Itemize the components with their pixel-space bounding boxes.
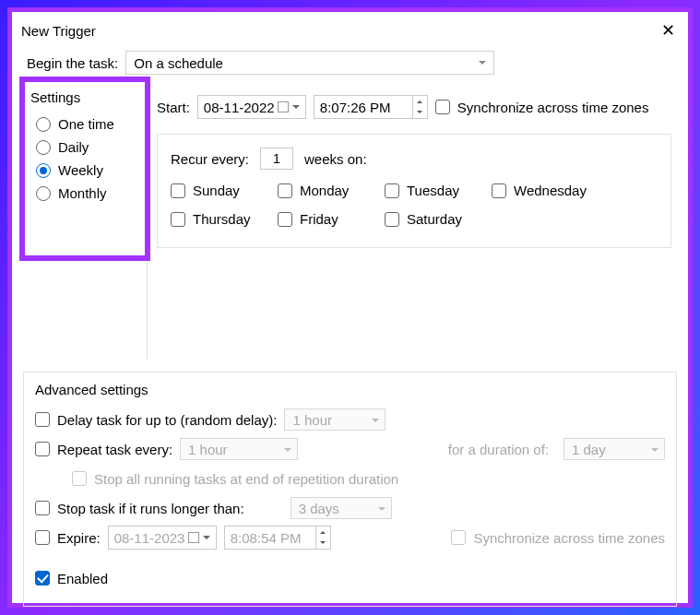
radio-daily[interactable]: Daily [36, 139, 147, 155]
schedule-radio-list: One time Daily Weekly Monthly [23, 111, 147, 210]
day-tuesday[interactable]: Tuesday [385, 183, 477, 198]
day-wednesday[interactable]: Wednesday [492, 183, 587, 198]
close-icon[interactable]: ✕ [657, 19, 679, 41]
begin-task-combo[interactable]: On a schedule [125, 51, 494, 75]
checkbox-icon [492, 183, 506, 198]
checkbox-icon [35, 442, 50, 456]
day-label: Thursday [193, 211, 251, 227]
radio-label: Weekly [58, 162, 103, 178]
expire-row: Expire: 08-11-2023 8:08:54 PM [35, 523, 665, 552]
stop-long-row: Stop task if it runs longer than: 3 days [35, 493, 665, 523]
day-label: Saturday [407, 211, 462, 227]
chevron-up-icon[interactable] [316, 526, 330, 538]
sync-timezones-option[interactable]: Synchronize across time zones [435, 100, 649, 115]
advanced-header: Advanced settings [35, 378, 665, 405]
day-label: Friday [300, 211, 338, 227]
day-label: Wednesday [514, 183, 587, 198]
recur-weeks-input[interactable]: 1 [260, 148, 293, 170]
calendar-icon [278, 101, 289, 112]
checkbox-icon [171, 183, 185, 198]
delay-combo[interactable]: 1 hour [284, 408, 386, 431]
repeat-combo[interactable]: 1 hour [180, 438, 298, 460]
chevron-up-icon[interactable] [413, 96, 427, 107]
expire-sync-label: Synchronize across time zones [473, 530, 665, 546]
recur-row: Recur every: 1 weeks on: [171, 148, 658, 170]
stop-rep-option[interactable]: Stop all running tasks at end of repetit… [72, 471, 398, 487]
duration-combo[interactable]: 1 day [564, 438, 665, 460]
day-label: Monday [300, 183, 349, 198]
repeat-value: 1 hour [188, 442, 228, 457]
settings-column: Settings One time Daily Weekly [23, 84, 147, 359]
repeat-option[interactable]: Repeat task every: [35, 442, 172, 457]
checkbox-icon [35, 412, 50, 427]
duration-label: for a duration of: [448, 442, 549, 457]
chevron-down-icon [203, 536, 210, 543]
enabled-row: Enabled [35, 563, 665, 593]
expire-date-value: 08-11-2023 [114, 530, 185, 546]
time-spinner[interactable] [413, 95, 428, 119]
start-date-input[interactable]: 08-11-2022 [197, 95, 306, 119]
radio-one-time[interactable]: One time [36, 116, 147, 132]
radio-label: One time [58, 116, 114, 132]
radio-icon [36, 117, 51, 132]
highlight-border: New Trigger ✕ Begin the task: On a sched… [7, 7, 693, 608]
details-column: Start: 08-11-2022 8:07:26 PM [148, 84, 677, 359]
time-spinner[interactable] [316, 526, 331, 550]
radio-icon [36, 186, 51, 201]
recur-every-label: Recur every: [171, 151, 249, 167]
advanced-group: Advanced settings Delay task for up to (… [23, 372, 677, 607]
day-thursday[interactable]: Thursday [171, 211, 263, 227]
dialog-title: New Trigger [21, 23, 96, 39]
titlebar: New Trigger ✕ [12, 12, 688, 43]
delay-label: Delay task for up to (random delay): [57, 412, 277, 428]
begin-row: Begin the task: On a schedule [27, 51, 677, 75]
checkbox-icon [35, 571, 50, 585]
radio-monthly[interactable]: Monthly [36, 185, 147, 201]
expire-option[interactable]: Expire: [35, 530, 101, 546]
day-label: Tuesday [407, 183, 459, 198]
enabled-label: Enabled [57, 571, 108, 586]
new-trigger-dialog: New Trigger ✕ Begin the task: On a sched… [12, 12, 688, 603]
duration-value: 1 day [572, 442, 606, 457]
expire-label: Expire: [57, 530, 101, 546]
radio-icon [36, 163, 51, 178]
expire-sync-option[interactable]: Synchronize across time zones [451, 530, 665, 546]
day-monday[interactable]: Monday [278, 183, 370, 198]
begin-task-label: Begin the task: [27, 55, 118, 71]
checkbox-icon [35, 530, 50, 545]
radio-label: Monthly [58, 185, 107, 201]
radio-weekly[interactable]: Weekly [36, 162, 147, 178]
chevron-down-icon [292, 105, 300, 112]
settings-header: Settings [23, 84, 147, 111]
day-saturday[interactable]: Saturday [385, 211, 477, 227]
start-date-value: 08-11-2022 [204, 100, 275, 115]
checkbox-icon [451, 530, 466, 545]
days-of-week: Sunday Monday Tuesday Wednesday [171, 183, 658, 227]
enabled-option[interactable]: Enabled [35, 571, 108, 586]
day-sunday[interactable]: Sunday [171, 183, 263, 198]
start-time-input[interactable]: 8:07:26 PM [314, 95, 413, 119]
stop-long-value: 3 days [299, 501, 339, 516]
stop-long-combo[interactable]: 3 days [291, 497, 392, 519]
delay-option[interactable]: Delay task for up to (random delay): [35, 412, 277, 428]
checkbox-icon [278, 183, 292, 198]
stop-long-option[interactable]: Stop task if it runs longer than: [35, 501, 244, 516]
delay-row: Delay task for up to (random delay): 1 h… [35, 405, 665, 434]
radio-label: Daily [58, 139, 89, 155]
repeat-label: Repeat task every: [57, 442, 172, 457]
start-label: Start: [157, 100, 190, 115]
start-row: Start: 08-11-2022 8:07:26 PM [157, 95, 671, 119]
day-friday[interactable]: Friday [278, 211, 370, 227]
chevron-down-icon[interactable] [413, 107, 427, 118]
expire-date-input[interactable]: 08-11-2023 [108, 526, 217, 550]
repeat-row: Repeat task every: 1 hour for a duration… [35, 434, 665, 464]
expire-time-input[interactable]: 8:08:54 PM [224, 526, 316, 550]
weeks-on-label: weeks on: [304, 151, 367, 167]
day-label: Sunday [193, 183, 240, 198]
desktop-background: New Trigger ✕ Begin the task: On a sched… [0, 0, 700, 615]
checkbox-icon [435, 100, 450, 114]
begin-task-value: On a schedule [134, 55, 223, 71]
checkbox-icon [171, 212, 185, 227]
checkbox-icon [385, 212, 399, 227]
chevron-down-icon[interactable] [316, 538, 330, 549]
